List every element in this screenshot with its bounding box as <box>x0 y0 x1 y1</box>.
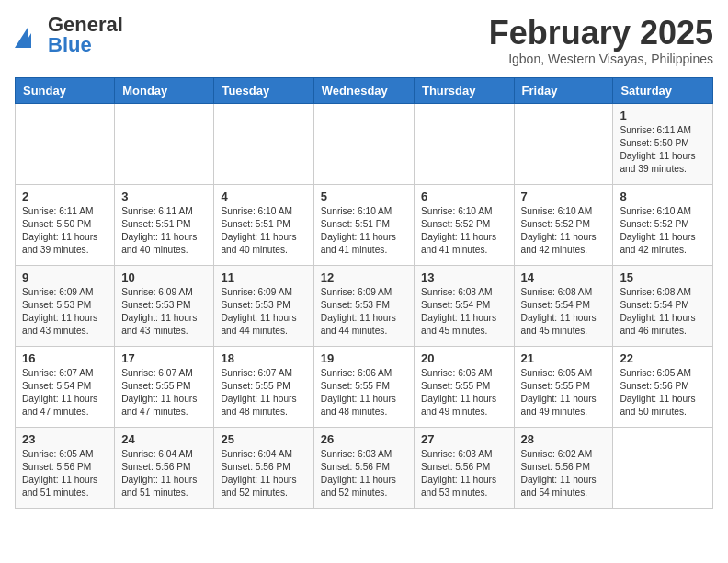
calendar-cell: 23Sunrise: 6:05 AM Sunset: 5:56 PM Dayli… <box>16 427 115 508</box>
day-number: 2 <box>22 190 108 203</box>
logo-blue: Blue <box>48 33 92 56</box>
calendar-cell: 21Sunrise: 6:05 AM Sunset: 5:55 PM Dayli… <box>514 346 613 427</box>
day-number: 28 <box>521 432 607 446</box>
title-block: February 2025 Igbon, Western Visayas, Ph… <box>489 15 713 66</box>
weekday-header-sunday: Sunday <box>16 77 115 103</box>
day-number: 17 <box>121 351 207 365</box>
calendar-cell <box>414 103 514 184</box>
day-info: Sunrise: 6:07 AM Sunset: 5:55 PM Dayligh… <box>121 367 207 419</box>
calendar-cell <box>313 103 414 184</box>
day-number: 12 <box>321 270 407 284</box>
day-info: Sunrise: 6:10 AM Sunset: 5:52 PM Dayligh… <box>521 205 607 258</box>
day-number: 15 <box>620 270 706 284</box>
day-info: Sunrise: 6:02 AM Sunset: 5:56 PM Dayligh… <box>521 448 607 500</box>
day-number: 8 <box>620 190 706 203</box>
day-info: Sunrise: 6:09 AM Sunset: 5:53 PM Dayligh… <box>321 286 407 339</box>
day-info: Sunrise: 6:06 AM Sunset: 5:55 PM Dayligh… <box>421 367 507 419</box>
calendar-cell: 2Sunrise: 6:11 AM Sunset: 5:50 PM Daylig… <box>16 184 115 265</box>
calendar-cell: 12Sunrise: 6:09 AM Sunset: 5:53 PM Dayli… <box>313 265 414 346</box>
day-number: 3 <box>121 190 207 203</box>
calendar-cell: 5Sunrise: 6:10 AM Sunset: 5:51 PM Daylig… <box>313 184 414 265</box>
calendar-cell: 6Sunrise: 6:10 AM Sunset: 5:52 PM Daylig… <box>414 184 514 265</box>
day-number: 6 <box>421 190 507 203</box>
calendar-cell: 1Sunrise: 6:11 AM Sunset: 5:50 PM Daylig… <box>613 103 713 184</box>
calendar-cell: 8Sunrise: 6:10 AM Sunset: 5:52 PM Daylig… <box>613 184 713 265</box>
day-number: 20 <box>421 351 507 365</box>
day-info: Sunrise: 6:08 AM Sunset: 5:54 PM Dayligh… <box>521 286 607 339</box>
calendar-cell: 13Sunrise: 6:08 AM Sunset: 5:54 PM Dayli… <box>414 265 514 346</box>
calendar-cell: 7Sunrise: 6:10 AM Sunset: 5:52 PM Daylig… <box>514 184 613 265</box>
weekday-header-friday: Friday <box>514 77 613 103</box>
calendar-cell: 26Sunrise: 6:03 AM Sunset: 5:56 PM Dayli… <box>313 427 414 508</box>
calendar-cell: 14Sunrise: 6:08 AM Sunset: 5:54 PM Dayli… <box>514 265 613 346</box>
day-number: 21 <box>521 351 607 365</box>
day-number: 9 <box>22 270 108 284</box>
day-number: 27 <box>421 432 507 446</box>
day-number: 4 <box>221 190 306 203</box>
logo-text: GeneralBlue <box>48 15 123 55</box>
day-info: Sunrise: 6:05 AM Sunset: 5:56 PM Dayligh… <box>22 448 108 500</box>
day-number: 7 <box>521 190 607 203</box>
weekday-header-wednesday: Wednesday <box>313 77 414 103</box>
day-number: 11 <box>221 270 306 284</box>
calendar-cell <box>514 103 613 184</box>
day-number: 13 <box>421 270 507 284</box>
calendar-cell: 3Sunrise: 6:11 AM Sunset: 5:51 PM Daylig… <box>115 184 214 265</box>
page-header: GeneralBlue February 2025 Igbon, Western… <box>15 15 713 66</box>
logo: GeneralBlue <box>15 15 123 55</box>
calendar-cell: 15Sunrise: 6:08 AM Sunset: 5:54 PM Dayli… <box>613 265 713 346</box>
calendar-cell <box>613 427 713 508</box>
day-number: 14 <box>521 270 607 284</box>
day-info: Sunrise: 6:08 AM Sunset: 5:54 PM Dayligh… <box>620 286 706 339</box>
day-info: Sunrise: 6:04 AM Sunset: 5:56 PM Dayligh… <box>121 448 207 500</box>
day-info: Sunrise: 6:09 AM Sunset: 5:53 PM Dayligh… <box>22 286 108 339</box>
calendar-cell: 19Sunrise: 6:06 AM Sunset: 5:55 PM Dayli… <box>313 346 414 427</box>
day-info: Sunrise: 6:11 AM Sunset: 5:51 PM Dayligh… <box>121 205 207 258</box>
calendar-cell: 22Sunrise: 6:05 AM Sunset: 5:56 PM Dayli… <box>613 346 713 427</box>
calendar-cell <box>115 103 214 184</box>
day-info: Sunrise: 6:10 AM Sunset: 5:52 PM Dayligh… <box>620 205 706 258</box>
calendar-cell: 27Sunrise: 6:03 AM Sunset: 5:56 PM Dayli… <box>414 427 514 508</box>
day-number: 22 <box>620 351 706 365</box>
day-info: Sunrise: 6:05 AM Sunset: 5:56 PM Dayligh… <box>620 367 706 419</box>
weekday-header-monday: Monday <box>115 77 214 103</box>
calendar-table: SundayMondayTuesdayWednesdayThursdayFrid… <box>15 77 713 509</box>
day-info: Sunrise: 6:10 AM Sunset: 5:51 PM Dayligh… <box>221 205 306 258</box>
day-number: 1 <box>620 109 706 122</box>
day-info: Sunrise: 6:06 AM Sunset: 5:55 PM Dayligh… <box>321 367 407 419</box>
calendar-cell: 25Sunrise: 6:04 AM Sunset: 5:56 PM Dayli… <box>214 427 313 508</box>
day-number: 25 <box>221 432 306 446</box>
day-number: 5 <box>321 190 407 203</box>
day-info: Sunrise: 6:10 AM Sunset: 5:52 PM Dayligh… <box>421 205 507 258</box>
location: Igbon, Western Visayas, Philippines <box>489 52 713 66</box>
day-info: Sunrise: 6:05 AM Sunset: 5:55 PM Dayligh… <box>521 367 607 419</box>
day-number: 10 <box>121 270 207 284</box>
day-info: Sunrise: 6:03 AM Sunset: 5:56 PM Dayligh… <box>321 448 407 500</box>
day-info: Sunrise: 6:11 AM Sunset: 5:50 PM Dayligh… <box>620 124 706 177</box>
calendar-cell: 9Sunrise: 6:09 AM Sunset: 5:53 PM Daylig… <box>16 265 115 346</box>
day-number: 24 <box>121 432 207 446</box>
calendar-cell: 17Sunrise: 6:07 AM Sunset: 5:55 PM Dayli… <box>115 346 214 427</box>
calendar-cell: 24Sunrise: 6:04 AM Sunset: 5:56 PM Dayli… <box>115 427 214 508</box>
day-info: Sunrise: 6:09 AM Sunset: 5:53 PM Dayligh… <box>121 286 207 339</box>
day-number: 16 <box>22 351 108 365</box>
day-info: Sunrise: 6:11 AM Sunset: 5:50 PM Dayligh… <box>22 205 108 258</box>
calendar-cell: 4Sunrise: 6:10 AM Sunset: 5:51 PM Daylig… <box>214 184 313 265</box>
calendar-cell: 16Sunrise: 6:07 AM Sunset: 5:54 PM Dayli… <box>16 346 115 427</box>
day-number: 26 <box>321 432 407 446</box>
calendar-cell: 18Sunrise: 6:07 AM Sunset: 5:55 PM Dayli… <box>214 346 313 427</box>
calendar-cell: 10Sunrise: 6:09 AM Sunset: 5:53 PM Dayli… <box>115 265 214 346</box>
calendar-cell <box>16 103 115 184</box>
day-info: Sunrise: 6:03 AM Sunset: 5:56 PM Dayligh… <box>421 448 507 500</box>
day-number: 19 <box>321 351 407 365</box>
calendar-cell: 28Sunrise: 6:02 AM Sunset: 5:56 PM Dayli… <box>514 427 613 508</box>
weekday-header-tuesday: Tuesday <box>214 77 313 103</box>
weekday-header-thursday: Thursday <box>414 77 514 103</box>
day-info: Sunrise: 6:07 AM Sunset: 5:54 PM Dayligh… <box>22 367 108 419</box>
month-title: February 2025 <box>489 15 713 52</box>
calendar-cell: 20Sunrise: 6:06 AM Sunset: 5:55 PM Dayli… <box>414 346 514 427</box>
weekday-header-saturday: Saturday <box>613 77 713 103</box>
calendar-cell <box>214 103 313 184</box>
day-info: Sunrise: 6:10 AM Sunset: 5:51 PM Dayligh… <box>321 205 407 258</box>
day-number: 23 <box>22 432 108 446</box>
